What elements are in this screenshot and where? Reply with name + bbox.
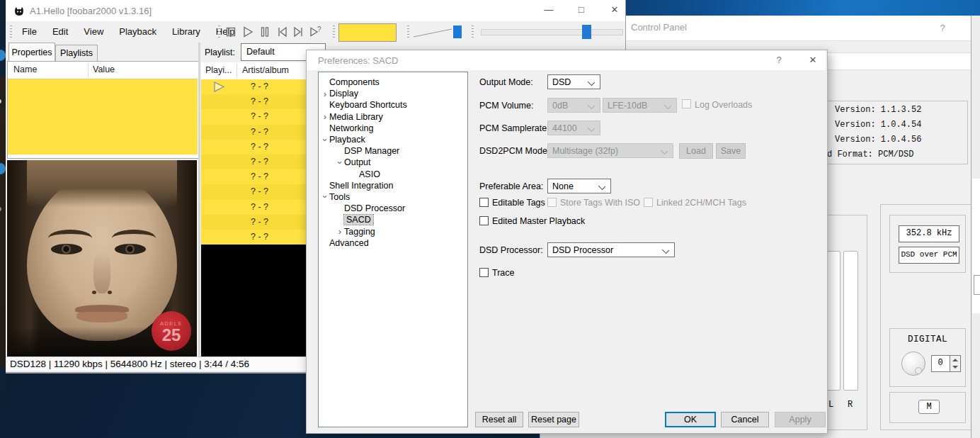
help-button[interactable]: ?	[932, 21, 953, 36]
menubar: FileEditViewPlaybackLibraryHelp ?	[6, 21, 625, 43]
menu-view[interactable]: View	[76, 21, 111, 43]
column-header-value[interactable]: Value	[93, 64, 115, 74]
tree-item-display[interactable]: ›Display	[319, 88, 467, 99]
playlist-row[interactable]: ? - ?	[201, 155, 317, 169]
tree-item-keyboard-shortcuts[interactable]: Keyboard Shortcuts	[319, 99, 467, 111]
column-header-playing[interactable]: Playi...	[205, 65, 232, 75]
column-header-artist-album[interactable]: Artist/album	[242, 65, 289, 75]
playlist-row[interactable]: ? - ?	[201, 109, 317, 124]
playlist-row[interactable]: ? - ?	[201, 169, 317, 184]
chevron-right-icon[interactable]: ›	[336, 226, 344, 237]
tree-item-tools[interactable]: ›Tools	[319, 191, 467, 203]
random-icon[interactable]: ?	[308, 24, 324, 40]
editable-tags-checkbox[interactable]	[479, 198, 489, 207]
cancel-button[interactable]: Cancel	[721, 412, 769, 427]
knob-indicator	[915, 367, 922, 374]
tree-item-playback[interactable]: ›Playback	[319, 134, 467, 145]
spinner-buttons[interactable]	[950, 356, 960, 371]
chevron-down-icon[interactable]: ›	[320, 135, 331, 144]
tree-item-networking[interactable]: Networking	[319, 123, 467, 134]
toolbar-gripper[interactable]	[407, 26, 409, 38]
next-icon[interactable]	[291, 24, 307, 40]
toolbar-gripper[interactable]	[333, 26, 335, 38]
volume-slider-handle[interactable]	[453, 26, 462, 38]
output-mode-label: Output Mode:	[479, 77, 533, 87]
tree-item-dsp-manager[interactable]: DSP Manager	[319, 145, 467, 157]
edited-master-checkbox[interactable]	[479, 216, 489, 225]
spinner-up-icon[interactable]	[952, 359, 958, 361]
toolbar-gripper[interactable]	[472, 26, 474, 38]
column-divider[interactable]	[88, 63, 89, 77]
mute-button[interactable]: M	[918, 400, 940, 414]
playlist-row[interactable]: ? - ?	[201, 140, 317, 155]
edited-master-label: Edited Master Playback	[492, 216, 585, 226]
pane-divider[interactable]	[198, 43, 200, 356]
playlist-row[interactable]: ? - ?	[201, 215, 317, 230]
taskbar-app-icon[interactable]	[0, 99, 1, 103]
tree-item-components[interactable]: Components	[319, 77, 467, 88]
menu-library[interactable]: Library	[164, 21, 208, 43]
digital-value-spinner[interactable]: 0	[931, 355, 961, 372]
tree-item-sacd[interactable]: SACD	[319, 214, 467, 225]
tree-item-label: SACD	[344, 215, 373, 225]
output-mode-select[interactable]: DSD	[547, 74, 600, 89]
menu-edit[interactable]: Edit	[45, 21, 76, 43]
tab-playlists[interactable]: Playlists	[55, 45, 98, 62]
playlist-row-text: ? - ?	[201, 157, 268, 167]
chevron-right-icon[interactable]: ›	[321, 111, 329, 122]
samplerate-readout: 352.8 kHz	[899, 225, 959, 242]
pause-icon[interactable]	[257, 24, 273, 40]
foobar-titlebar: A1.Hello [foobar2000 v1.3.16] — □ ✕	[6, 0, 625, 21]
previous-icon[interactable]	[274, 24, 290, 40]
help-button[interactable]: ?	[768, 52, 790, 68]
playlist-row-text: ? - ?	[201, 142, 268, 152]
playlist-row[interactable]: ? - ?	[201, 79, 317, 94]
taskbar-app-icon[interactable]	[0, 207, 1, 211]
tree-item-shell-integration[interactable]: Shell Integration	[319, 180, 467, 191]
column-header-name[interactable]: Name	[13, 64, 37, 74]
tree-item-asio[interactable]: ASIO	[319, 169, 467, 180]
playlist-row[interactable]: ? - ?	[201, 125, 317, 140]
chevron-right-icon[interactable]: ›	[321, 89, 329, 99]
reset-page-button[interactable]: Reset page	[528, 412, 579, 427]
playlist-row[interactable]: ? - ?	[201, 200, 317, 215]
tree-item-output[interactable]: ›Output	[319, 157, 467, 168]
taskbar-app-icon[interactable]	[0, 163, 6, 174]
reset-all-button[interactable]: Reset all	[475, 412, 523, 427]
close-icon[interactable]: ✕	[604, 2, 625, 18]
trace-checkbox[interactable]	[479, 268, 489, 277]
chevron-down-icon[interactable]: ›	[320, 193, 331, 201]
playlist-row[interactable]: ? - ?	[201, 94, 317, 109]
ok-button[interactable]: OK	[665, 412, 716, 427]
column-divider[interactable]	[237, 64, 237, 78]
toolbar-gripper[interactable]	[218, 26, 220, 38]
tree-item-dsd-processor[interactable]: DSD Processor	[319, 203, 467, 214]
play-icon[interactable]	[240, 24, 256, 40]
seek-bar[interactable]	[481, 29, 623, 35]
toolbar-gripper[interactable]	[10, 26, 12, 38]
mute-group: M	[889, 392, 966, 423]
dsd-processor-select[interactable]: DSD Processor	[547, 242, 675, 257]
stream-mode-readout: DSD over PCM	[899, 247, 959, 264]
spinner-down-icon[interactable]	[952, 366, 958, 369]
tab-properties[interactable]: Properties	[8, 43, 55, 62]
stop-icon[interactable]	[223, 24, 239, 40]
tree-item-media-library[interactable]: ›Media Library	[319, 111, 467, 123]
preferable-area-select[interactable]: None	[547, 179, 611, 193]
chevron-down-icon	[664, 102, 671, 109]
menu-playback[interactable]: Playback	[111, 21, 164, 43]
chevron-down-icon[interactable]: ›	[335, 158, 346, 167]
tree-item-advanced[interactable]: Advanced	[319, 237, 467, 249]
taskbar-strip	[0, 0, 6, 438]
volume-knob[interactable]	[901, 352, 925, 376]
minimize-icon[interactable]: —	[538, 2, 559, 18]
taskbar-app-icon[interactable]	[0, 50, 6, 61]
close-icon[interactable]: ✕	[802, 52, 824, 68]
volume-slider[interactable]	[411, 23, 455, 40]
playlist-row[interactable]: ? - ?	[201, 230, 317, 245]
tree-item-tagging[interactable]: ›Tagging	[319, 225, 467, 237]
playlist-row[interactable]: ? - ?	[201, 184, 317, 199]
maximize-icon[interactable]: □	[571, 2, 592, 18]
menu-file[interactable]: File	[14, 21, 45, 43]
seek-bar-handle[interactable]	[582, 25, 591, 39]
